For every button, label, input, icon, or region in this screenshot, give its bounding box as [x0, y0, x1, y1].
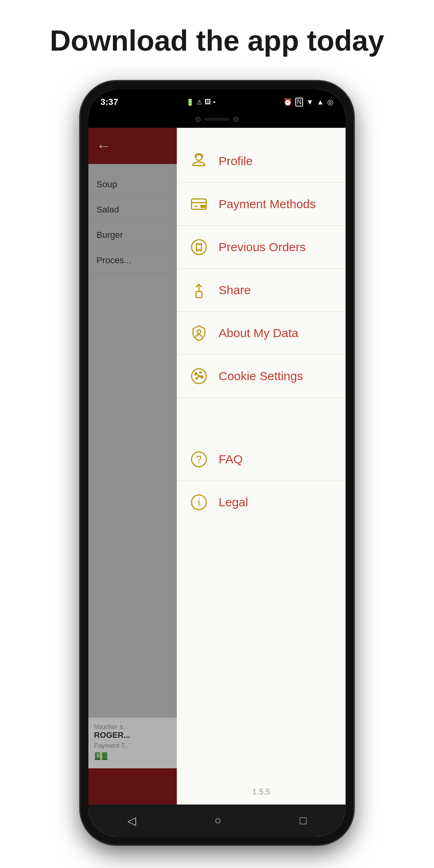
- wifi-icon: ▼: [306, 98, 313, 106]
- phone-screen: 3:37 🔋 ⚠ 🖼 ▪ ⏰ N ▼ ▲ ◎: [88, 89, 346, 837]
- front-camera-2: [233, 117, 239, 122]
- menu-item-legal[interactable]: i Legal: [177, 481, 346, 524]
- menu-item-profile[interactable]: Profile: [177, 140, 346, 183]
- drawer-dim[interactable]: [88, 128, 177, 805]
- notch: [185, 113, 249, 125]
- version-text: 1.5.5: [177, 779, 346, 805]
- svg-point-11: [197, 330, 201, 334]
- svg-point-5: [203, 205, 205, 208]
- status-right-icons: ⏰ N ▼ ▲ ◎: [283, 98, 334, 106]
- nav-back-button[interactable]: ◁: [127, 814, 136, 827]
- menu-item-payment-methods[interactable]: Payment Methods: [177, 183, 346, 226]
- navigation-drawer: Profile: [177, 128, 346, 805]
- share-icon: [189, 280, 209, 300]
- svg-point-0: [196, 155, 202, 161]
- legal-label: Legal: [219, 495, 248, 509]
- status-left-icons: 🔋 ⚠ 🖼 ▪: [186, 98, 216, 106]
- cookie-settings-label: Cookie Settings: [219, 369, 303, 383]
- menu-item-previous-orders[interactable]: Previous Orders: [177, 226, 346, 269]
- front-camera: [195, 117, 201, 122]
- svg-point-16: [196, 378, 198, 379]
- profile-icon: [189, 151, 209, 171]
- warning-icon: ⚠: [197, 98, 202, 106]
- navigation-bar: ◁ ○ □: [88, 805, 346, 837]
- about-my-data-label: About My Data: [219, 326, 298, 340]
- svg-point-15: [201, 376, 203, 378]
- phone-frame: 3:37 🔋 ⚠ 🖼 ▪ ⏰ N ▼ ▲ ◎: [80, 81, 354, 845]
- payment-methods-label: Payment Methods: [219, 197, 316, 211]
- status-time: 3:37: [100, 97, 118, 107]
- alarm-icon: ⏰: [283, 98, 292, 106]
- menu-item-about-my-data[interactable]: About My Data: [177, 312, 346, 355]
- menu-item-share[interactable]: Share: [177, 269, 346, 312]
- battery-icon: ▪: [213, 98, 216, 106]
- svg-point-17: [198, 375, 200, 377]
- menu-item-faq[interactable]: ? FAQ: [177, 438, 346, 481]
- phone-wrapper: 3:37 🔋 ⚠ 🖼 ▪ ⏰ N ▼ ▲ ◎: [80, 81, 354, 845]
- battery-circle-icon: ◎: [327, 98, 334, 106]
- nav-home-button[interactable]: ○: [215, 814, 221, 827]
- payment-methods-icon: [189, 194, 209, 214]
- page-title: Download the app today: [34, 24, 400, 57]
- cookie-settings-icon: [189, 366, 209, 386]
- svg-point-13: [195, 373, 197, 375]
- svg-point-6: [192, 240, 207, 255]
- status-bar: 3:37 🔋 ⚠ 🖼 ▪ ⏰ N ▼ ▲ ◎: [88, 89, 346, 113]
- faq-label: FAQ: [219, 452, 243, 466]
- previous-orders-label: Previous Orders: [219, 240, 306, 254]
- nav-recent-button[interactable]: □: [300, 814, 307, 827]
- notch-area: [88, 113, 346, 128]
- svg-rect-9: [196, 292, 202, 298]
- about-my-data-icon: [189, 323, 209, 343]
- nfc-icon: N: [295, 98, 303, 106]
- svg-text:?: ?: [196, 454, 202, 465]
- menu-item-cookie-settings[interactable]: Cookie Settings: [177, 355, 346, 398]
- faq-icon: ?: [189, 449, 209, 469]
- signal-icon: ▲: [317, 98, 324, 106]
- drawer-menu: Profile: [177, 128, 346, 779]
- svg-text:i: i: [198, 497, 200, 508]
- drawer-overlay: Profile: [88, 128, 346, 805]
- speaker: [205, 118, 229, 121]
- profile-label: Profile: [219, 154, 253, 168]
- svg-point-14: [200, 372, 201, 373]
- battery-charging-icon: 🔋: [186, 98, 194, 106]
- share-label: Share: [219, 283, 251, 297]
- legal-icon: i: [189, 492, 209, 512]
- app-content: ← Soup Salad Burger Proces... Voucher a.…: [88, 128, 346, 805]
- image-icon: 🖼: [205, 98, 211, 106]
- previous-orders-icon: [189, 237, 209, 257]
- drawer-spacer: [177, 398, 346, 438]
